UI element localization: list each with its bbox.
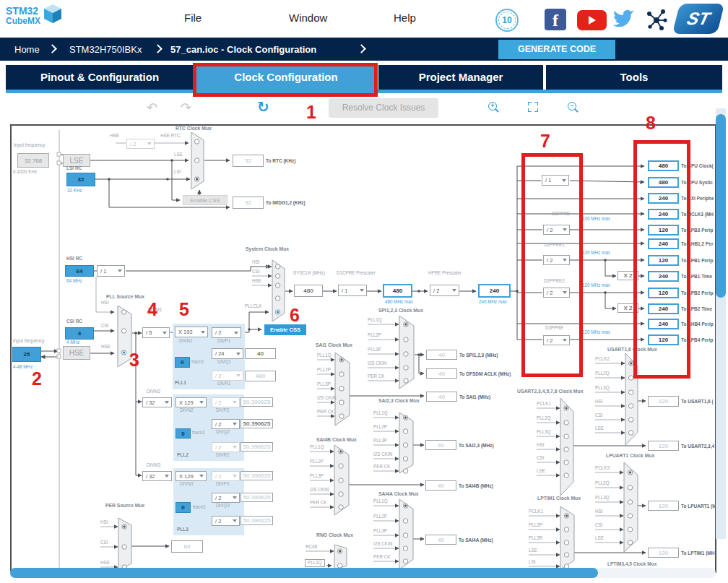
chevron-right-icon <box>153 44 162 53</box>
twitter-icon[interactable] <box>610 9 636 30</box>
tab-project-manager[interactable]: Project Manager <box>378 65 543 90</box>
menu-window[interactable]: Window <box>289 12 327 24</box>
top-menu-bar: STM32 CubeMX File Window Help 10 f ST <box>0 0 728 38</box>
youtube-icon[interactable] <box>577 10 607 30</box>
clock-diagram-canvas[interactable] <box>10 124 716 573</box>
horizontal-scrollbar-thumb[interactable] <box>10 568 598 578</box>
vertical-scrollbar-thumb[interactable] <box>716 114 726 298</box>
reset-zoom-icon[interactable]: ↻ <box>257 98 269 116</box>
logo-cubemx: CubeMX <box>6 17 40 26</box>
ten-years-badge-icon: 10 <box>495 9 519 32</box>
redo-button[interactable]: ↷ <box>181 100 191 115</box>
annotation-number: 1 <box>306 103 316 121</box>
cube-icon <box>42 3 64 25</box>
facebook-icon[interactable]: f <box>545 9 566 30</box>
breadcrumb-project-title: 57_can.ioc - Clock Configuration <box>170 44 316 55</box>
tab-clock-configuration[interactable]: Clock Configuration <box>196 65 376 90</box>
logo-stm32: STM32 <box>6 6 40 17</box>
generate-code-button[interactable]: GENERATE CODE <box>498 40 615 59</box>
breadcrumb-mcu[interactable]: STM32H750IBKx <box>69 44 142 55</box>
zoom-out-handle <box>574 108 578 113</box>
breadcrumb: Home STM32H750IBKx 57_can.ioc - Clock Co… <box>0 38 728 61</box>
zoom-in-handle <box>495 108 499 113</box>
breadcrumb-home[interactable]: Home <box>14 44 40 55</box>
tab-pinout-configuration[interactable]: Pinout & Configuration <box>6 65 194 90</box>
chevron-right-icon <box>48 44 57 53</box>
menu-file[interactable]: File <box>184 12 202 24</box>
tab-underline <box>6 90 722 93</box>
st-logo-icon[interactable]: ST <box>672 4 724 34</box>
undo-button[interactable]: ↶ <box>147 100 157 115</box>
app-logo: STM32 CubeMX <box>6 6 40 25</box>
network-icon[interactable] <box>645 9 668 31</box>
chevron-right-icon <box>357 44 366 53</box>
tab-tools[interactable]: Tools <box>546 65 722 90</box>
resolve-clock-issues-button[interactable]: Resolve Clock Issues <box>329 98 438 118</box>
menu-help[interactable]: Help <box>394 12 416 24</box>
